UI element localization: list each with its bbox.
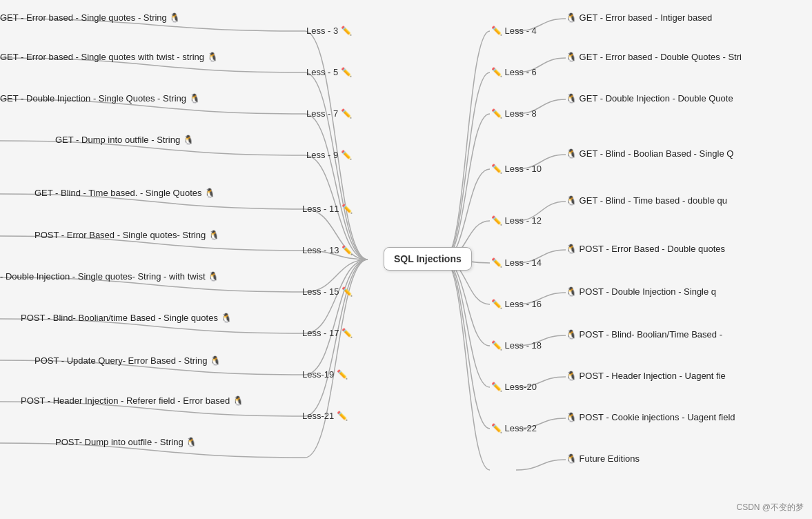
leaf-less16: 🐧 POST - Double Injection - Single q [566, 286, 716, 297]
leaf-less6: 🐧 GET - Error based - Double Quotes - St… [566, 52, 742, 62]
leaf-less13b: - Double Injection - Single quotes- Stri… [0, 271, 219, 282]
right-branch-less14: ✏️ Less - 14 [491, 257, 542, 268]
leaf-less4: 🐧 GET - Error based - Intiger based [566, 12, 712, 23]
leaf-less13: POST - Error Based - Single quotes- Stri… [34, 230, 219, 240]
leaf-less22: 🐧 POST - Cookie injections - Uagent fiel… [566, 412, 735, 422]
leaf-less17: POST - Update Query- Error Based - Strin… [34, 355, 221, 366]
right-branch-less12: ✏️ Less - 12 [491, 215, 542, 226]
leaf-less7: GET - Double Injection - Single Quotes -… [0, 93, 200, 104]
right-branch-less18: ✏️ Less - 18 [491, 340, 542, 351]
leaf-less12: 🐧 GET - Blind - Time based - double qu [566, 195, 727, 206]
left-branch-less13: Less - 13 ✏️ [302, 245, 353, 255]
left-branch-less19: Less-19 ✏️ [302, 369, 348, 380]
leaf-less14: 🐧 POST - Error Based - Double quotes [566, 244, 725, 254]
right-branch-less16: ✏️ Less - 16 [491, 299, 542, 309]
leaf-less5: GET - Error based - Single quotes with t… [0, 52, 218, 62]
right-branch-less4: ✏️ Less - 4 [491, 26, 537, 36]
right-branch-less20: ✏️ Less-20 [491, 382, 537, 392]
left-branch-less15: Less - 15 ✏️ [302, 286, 353, 297]
leaf-less21: POST- Dump into outfile - String 🐧 [55, 437, 197, 447]
leaf-less10: 🐧 GET - Blind - Boolian Based - Single Q [566, 148, 733, 159]
left-branch-less17: Less - 17 ✏️ [302, 328, 353, 338]
leaf-less11: GET - Blind - Time based. - Single Quote… [34, 188, 215, 198]
right-branch-less10: ✏️ Less - 10 [491, 164, 542, 174]
leaf-less18: 🐧 POST - Blind- Boolian/Time Based - [566, 329, 722, 340]
right-branch-less8: ✏️ Less - 8 [491, 108, 537, 119]
left-branch-less5: Less - 5 ✏️ [306, 67, 352, 77]
right-branch-less22: ✏️ Less-22 [491, 423, 537, 433]
leaf-less8: 🐧 GET - Double Injection - Double Quote [566, 93, 733, 104]
left-branch-less7: Less - 7 ✏️ [306, 108, 352, 119]
watermark: CSDN @不变的梦 [736, 502, 804, 513]
leaf-less20: 🐧 POST - Header Injection - Uagent fie [566, 371, 726, 381]
center-node: SQL Injections [384, 247, 472, 271]
leaf-less15: POST - Blind- Boolian/time Based - Singl… [21, 313, 232, 323]
right-branch-less6: ✏️ Less - 6 [491, 67, 537, 77]
leaf-less19: POST - Header Injection - Referer field … [21, 395, 244, 406]
leaf-less3: GET - Error based - Single quotes - Stri… [0, 12, 180, 23]
left-branch-less21: Less-21 ✏️ [302, 411, 348, 421]
leaf-future: 🐧 Future Editions [566, 453, 640, 464]
leaf-less9: GET - Dump into outfile - String 🐧 [55, 135, 194, 145]
left-branch-less3: Less - 3 ✏️ [306, 26, 352, 36]
left-branch-less11: Less - 11 ✏️ [302, 204, 353, 214]
left-branch-less9: Less - 9 ✏️ [306, 150, 352, 160]
